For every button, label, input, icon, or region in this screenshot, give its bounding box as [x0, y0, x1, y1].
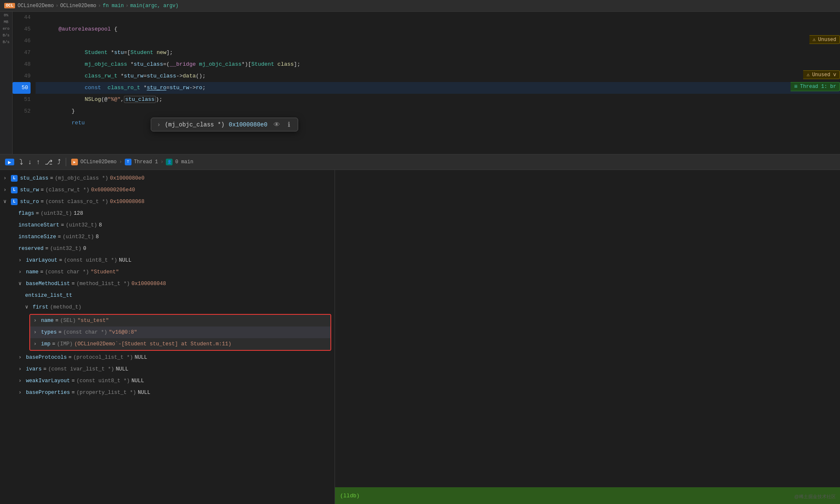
var-row-baseMethodList[interactable]: ∨ baseMethodList = (method_list_t *) 0x1… — [0, 278, 335, 290]
breadcrumb-sep-2: › — [98, 3, 101, 9]
var-name: flags — [18, 208, 34, 219]
breadcrumb-sep-1: › — [55, 3, 58, 9]
debug-btn-share[interactable]: ⤴ — [57, 158, 61, 166]
var-row-stu-ro[interactable]: ∨ L stu_ro = (const class_ro_t *) 0x1000… — [0, 196, 335, 208]
left-sidebar: 0% MB ero B/s B/s — [0, 12, 13, 154]
watermark: @稀土掘金技术社区 — [794, 494, 836, 500]
sidebar-mb: MB — [4, 20, 8, 24]
thread-badge: ≡ Thread 1: br — [791, 82, 840, 91]
toggle-icon: › — [33, 338, 39, 350]
var-type: (uint32_t) — [66, 219, 97, 231]
var-row-imp[interactable]: › imp = (IMP) (OCLine02Demo`-[Student st… — [30, 338, 330, 350]
var-type: (class_rw_t *) — [46, 184, 90, 196]
var-name: name — [26, 266, 39, 278]
var-eq: = — [45, 243, 49, 255]
var-val: "v16@0:8" — [109, 327, 137, 338]
var-row-stu-rw[interactable]: › L stu_rw = (class_rw_t *) 0x600000206e… — [0, 184, 335, 196]
var-eq: = — [58, 231, 61, 243]
debug-sep1: › — [119, 159, 122, 165]
hover-info-button[interactable]: ℹ — [286, 121, 292, 129]
var-row-instanceSize[interactable]: instanceSize = (uint32_t) 8 — [0, 231, 335, 243]
toggle-icon: › — [33, 327, 39, 338]
var-row-baseProperties[interactable]: › baseProperties = (property_list_t *) N… — [0, 387, 335, 399]
var-eq: = — [50, 172, 54, 184]
var-type: (property_list_t *) — [77, 387, 137, 399]
var-row-types[interactable]: › types = (const char *) "v16@0:8" — [30, 327, 330, 338]
toggle-icon: › — [3, 184, 9, 196]
thread-text: Thread 1: br — [800, 84, 836, 90]
debug-btn-continue[interactable]: ▶ — [5, 159, 14, 165]
var-val: 8 — [99, 219, 102, 231]
sidebar-percent: 0% — [4, 13, 8, 18]
var-type: (const ivar_list_t *) — [48, 363, 114, 375]
var-row-name[interactable]: › name = (const char *) "Student" — [0, 266, 335, 278]
var-val: NULL — [131, 375, 144, 387]
var-type: (uint32_t) — [41, 208, 72, 219]
var-eq: = — [41, 196, 44, 208]
var-row-entsize[interactable]: entsize_list_tt — [0, 290, 335, 301]
breadcrumb-item-2[interactable]: OCLine02Demo — [60, 3, 96, 9]
var-eq: = — [40, 266, 44, 278]
toggle-icon: › — [18, 375, 24, 387]
var-val: NULL — [116, 363, 129, 375]
breadcrumb-item-1[interactable]: OCLine02Demo — [18, 3, 54, 9]
lldb-content — [335, 170, 840, 487]
var-val: 0x600000206e40 — [91, 184, 135, 196]
debug-sep — [66, 158, 66, 166]
var-row-flags[interactable]: flags = (uint32_t) 128 — [0, 208, 335, 219]
ln-49: 49 — [13, 70, 31, 82]
breadcrumb-icon: OCL — [4, 3, 15, 8]
type-badge-L: L — [11, 175, 18, 182]
var-row-stu-class[interactable]: › L stu_class = (mj_objc_class *) 0x1000… — [0, 172, 335, 184]
breadcrumb-bar: OCL OCLine02Demo › OCLine02Demo › fn mai… — [0, 0, 840, 12]
vars-panel[interactable]: › L stu_class = (mj_objc_class *) 0x1000… — [0, 170, 335, 504]
var-name: reserved — [18, 243, 44, 255]
var-row-first[interactable]: ∨ first (method_t) — [0, 301, 335, 313]
var-type: (uint32_t) — [63, 231, 94, 243]
var-eq: = — [55, 315, 59, 327]
debug-breadcrumb: ▶ OCLine02Demo › T Thread 1 › 👤 0 main — [71, 159, 193, 165]
debug-btn-step-over[interactable]: ⤵ — [19, 158, 23, 167]
hover-eye-button[interactable]: 👁 — [272, 121, 282, 129]
var-eq: = — [44, 363, 47, 375]
ln-48: 48 — [13, 59, 31, 70]
var-val: 0x1000080e0 — [110, 172, 145, 184]
var-val: (OCLine02Demo`-[Student stu_test] at Stu… — [75, 338, 232, 350]
code-line-49: const class_ro_t *stu_ro=stu_rw->ro; — [36, 70, 840, 82]
code-content[interactable]: @autoreleasepool { Student *stu=[Student… — [36, 12, 840, 154]
var-row-baseProtocols[interactable]: › baseProtocols = (protocol_list_t *) NU… — [0, 352, 335, 363]
sidebar-zero: ero — [3, 27, 9, 31]
toggle-icon: › — [18, 255, 24, 266]
ln-46: 46 — [13, 35, 31, 47]
var-name: stu_class — [20, 172, 49, 184]
var-name: weakIvarLayout — [26, 375, 70, 387]
var-name: baseProtocols — [26, 352, 67, 363]
var-row-name-sel[interactable]: › name = (SEL) "stu_test" — [30, 315, 330, 327]
debug-thread-icon: T — [125, 159, 131, 165]
debug-btn-branch[interactable]: ⎇ — [45, 158, 52, 166]
var-type: (const char *) — [45, 266, 89, 278]
ln-50: 50 — [13, 82, 31, 94]
var-name: stu_ro — [20, 196, 39, 208]
warning-badge-46: ⚠ Unused — [809, 35, 840, 44]
var-row-ivarLayout[interactable]: › ivarLayout = (const uint8_t *) NULL — [0, 255, 335, 266]
debug-btn-step-in[interactable]: ↓ — [28, 158, 31, 166]
var-val: NULL — [119, 255, 131, 266]
editor-area: 0% MB ero B/s B/s 44 45 46 47 48 49 50 5… — [0, 12, 840, 154]
ln-47: 47 — [13, 47, 31, 59]
var-row-instanceStart[interactable]: instanceStart = (uint32_t) 8 — [0, 219, 335, 231]
lldb-prompt: (lldb) — [340, 493, 360, 499]
var-val: 0x100008068 — [110, 196, 145, 208]
breadcrumb-item-4[interactable]: main(argc, argv) — [130, 3, 178, 9]
lldb-panel: (lldb) — [335, 170, 840, 504]
debug-btn-step-out[interactable]: ↑ — [36, 158, 40, 166]
var-row-reserved[interactable]: reserved = (uint32_t) 0 — [0, 243, 335, 255]
var-row-weakIvarLayout[interactable]: › weakIvarLayout = (const uint8_t *) NUL… — [0, 375, 335, 387]
warning-icon-46: ⚠ — [813, 36, 816, 43]
var-row-ivars[interactable]: › ivars = (const ivar_list_t *) NULL — [0, 363, 335, 375]
warning-text-46: Unused — [818, 37, 836, 43]
toggle-icon: › — [18, 352, 24, 363]
main-panels: › L stu_class = (mj_objc_class *) 0x1000… — [0, 170, 840, 504]
breadcrumb-item-3[interactable]: fn main — [103, 3, 124, 9]
var-type: (protocol_list_t *) — [73, 352, 133, 363]
